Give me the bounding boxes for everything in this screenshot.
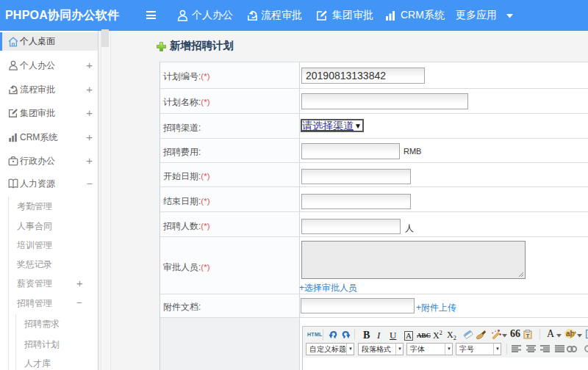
svg-text:T: T [526,333,530,339]
